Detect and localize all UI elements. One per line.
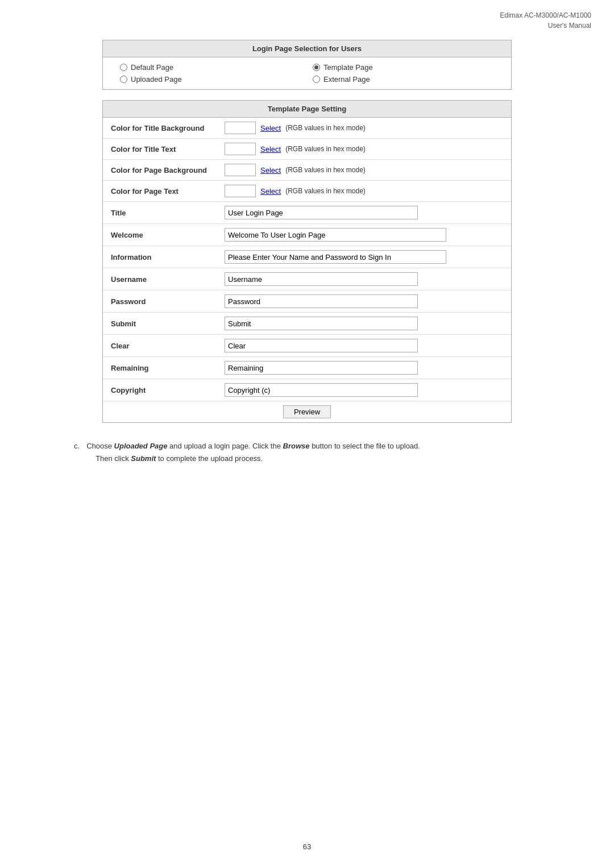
input-copyright[interactable] [225, 383, 418, 397]
label-username: Username [103, 268, 217, 290]
cell-remaining [217, 357, 511, 379]
cell-title [217, 202, 511, 224]
row-clear: Clear [103, 335, 511, 357]
radio-external-label: External Page [323, 75, 370, 84]
input-remaining[interactable] [225, 361, 418, 375]
row-color-title-text: Color for Title Text Select (RGB values … [103, 139, 511, 160]
login-selection-options: Default Page Template Page Uploaded Page… [103, 57, 511, 89]
input-submit[interactable] [225, 317, 418, 330]
select-page-text[interactable]: Select [260, 187, 281, 196]
row-preview: Preview [103, 401, 511, 423]
header-line1: Edimax AC-M3000/AC-M1000 [500, 10, 591, 20]
input-password[interactable] [225, 294, 418, 308]
instr-select-file: button to select the file to upload. [310, 442, 420, 450]
login-selection-title: Login Page Selection for Users [103, 40, 511, 57]
swatch-page-bg[interactable] [225, 164, 256, 176]
instr-choose: Choose [86, 442, 114, 450]
label-title: Title [103, 202, 217, 224]
template-setting-title: Template Page Setting [103, 101, 511, 118]
label-color-page-bg: Color for Page Background [103, 160, 217, 181]
hint-page-text: (RGB values in hex mode) [285, 187, 366, 195]
instruction-item-c: c. Choose Uploaded Page and upload a log… [74, 440, 540, 465]
input-title[interactable] [225, 206, 418, 219]
cell-color-page-text: Select (RGB values in hex mode) [217, 181, 511, 202]
label-copyright: Copyright [103, 379, 217, 401]
hint-page-bg: (RGB values in hex mode) [285, 166, 366, 174]
row-username: Username [103, 268, 511, 290]
instr-then: Then click [96, 454, 131, 463]
radio-uploaded-circle[interactable] [120, 76, 127, 83]
instr-and-upload: and upload a login page. Click the [167, 442, 283, 450]
input-welcome[interactable] [225, 228, 446, 242]
login-selection-box: Login Page Selection for Users Default P… [102, 40, 512, 90]
cell-submit [217, 313, 511, 335]
radio-external-page[interactable]: External Page [313, 75, 494, 84]
instr-submit: Submit [131, 454, 156, 463]
cell-color-title-text: Select (RGB values in hex mode) [217, 139, 511, 160]
preview-button[interactable]: Preview [283, 405, 331, 418]
radio-uploaded-page[interactable]: Uploaded Page [120, 75, 301, 84]
radio-uploaded-label: Uploaded Page [131, 75, 182, 84]
cell-username [217, 268, 511, 290]
cell-password [217, 290, 511, 313]
row-welcome: Welcome [103, 224, 511, 246]
label-information: Information [103, 246, 217, 268]
input-information[interactable] [225, 250, 446, 264]
instr-complete: to complete the upload process. [156, 454, 263, 463]
instruction-label-c: c. [74, 440, 80, 465]
radio-default-circle[interactable] [120, 64, 127, 71]
page-header: Edimax AC-M3000/AC-M1000 User's Manual [500, 10, 591, 31]
row-color-title-bg: Color for Title Background Select (RGB v… [103, 118, 511, 139]
radio-template-page[interactable]: Template Page [313, 63, 494, 72]
cell-color-page-bg: Select (RGB values in hex mode) [217, 160, 511, 181]
row-information: Information [103, 246, 511, 268]
label-submit: Submit [103, 313, 217, 335]
radio-template-circle[interactable] [313, 64, 320, 71]
radio-default-label: Default Page [131, 63, 173, 72]
label-color-title-text: Color for Title Text [103, 139, 217, 160]
header-line2: User's Manual [500, 20, 591, 31]
row-title: Title [103, 202, 511, 224]
radio-external-circle[interactable] [313, 76, 320, 83]
instruction-section: c. Choose Uploaded Page and upload a log… [74, 440, 540, 465]
hint-title-bg: (RGB values in hex mode) [285, 124, 366, 132]
label-color-page-text: Color for Page Text [103, 181, 217, 202]
swatch-title-text[interactable] [225, 143, 256, 155]
hint-title-text: (RGB values in hex mode) [285, 145, 366, 153]
cell-welcome [217, 224, 511, 246]
cell-color-title-bg: Select (RGB values in hex mode) [217, 118, 511, 139]
row-color-page-text: Color for Page Text Select (RGB values i… [103, 181, 511, 202]
radio-default-page[interactable]: Default Page [120, 63, 301, 72]
label-welcome: Welcome [103, 224, 217, 246]
select-title-text[interactable]: Select [260, 145, 281, 153]
row-copyright: Copyright [103, 379, 511, 401]
instr-uploaded-page: Uploaded Page [114, 442, 168, 450]
row-submit: Submit [103, 313, 511, 335]
cell-copyright [217, 379, 511, 401]
cell-information [217, 246, 511, 268]
input-username[interactable] [225, 272, 418, 286]
page-number: 63 [303, 842, 311, 851]
label-remaining: Remaining [103, 357, 217, 379]
row-color-page-bg: Color for Page Background Select (RGB va… [103, 160, 511, 181]
cell-preview: Preview [103, 401, 511, 423]
label-color-title-bg: Color for Title Background [103, 118, 217, 139]
label-password: Password [103, 290, 217, 313]
instruction-text-c: Choose Uploaded Page and upload a login … [86, 440, 420, 465]
row-password: Password [103, 290, 511, 313]
page-footer: 63 [0, 842, 614, 851]
swatch-title-bg[interactable] [225, 122, 256, 134]
instr-browse: Browse [283, 442, 310, 450]
select-title-bg[interactable]: Select [260, 124, 281, 132]
radio-template-label: Template Page [323, 63, 373, 72]
select-page-bg[interactable]: Select [260, 166, 281, 175]
label-clear: Clear [103, 335, 217, 357]
row-remaining: Remaining [103, 357, 511, 379]
cell-clear [217, 335, 511, 357]
swatch-page-text[interactable] [225, 185, 256, 197]
template-table: Color for Title Background Select (RGB v… [103, 118, 511, 422]
template-setting-box: Template Page Setting Color for Title Ba… [102, 100, 512, 423]
input-clear[interactable] [225, 339, 418, 352]
